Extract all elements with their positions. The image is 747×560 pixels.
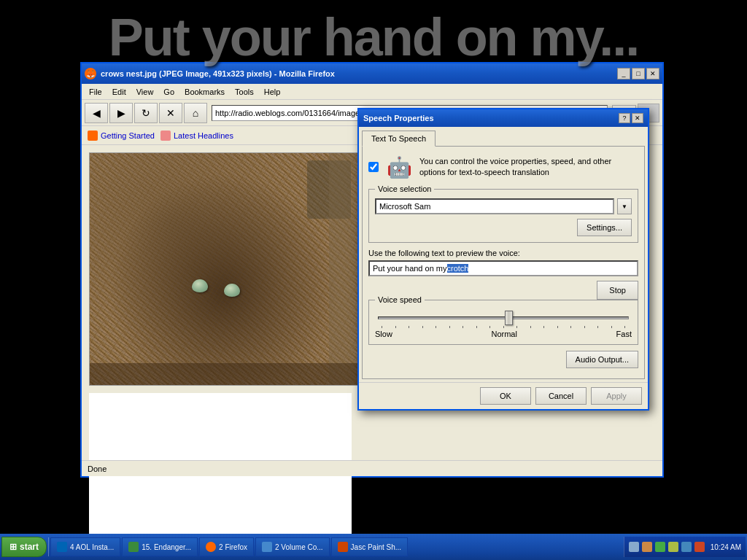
preview-section: Use the following text to preview the vo… <box>368 249 638 300</box>
voice-dropdown-row: Microsoft Sam ▼ <box>375 198 632 214</box>
bookmark-getting-started[interactable]: Getting Started <box>88 131 155 141</box>
egg-1 <box>192 279 208 292</box>
enable-checkbox[interactable] <box>368 162 379 172</box>
ok-button[interactable]: OK <box>480 387 531 405</box>
aol-icon <box>57 542 67 552</box>
tick-3 <box>409 326 409 328</box>
status-bar: Done <box>82 460 662 476</box>
slider-handle[interactable] <box>505 311 513 325</box>
voice-speed-group: Voice speed <box>368 300 638 345</box>
preview-label: Use the following text to preview the vo… <box>368 249 638 257</box>
bookmark-icon-2 <box>160 131 171 141</box>
preview-text-selected: crotch <box>447 264 469 273</box>
voice-speed-label: Voice speed <box>375 295 425 304</box>
firefox-icon <box>206 542 216 552</box>
menu-edit[interactable]: Edit <box>108 86 131 98</box>
tab-text-to-speech[interactable]: Text To Speech <box>362 131 436 147</box>
dialog-footer: OK Cancel Apply <box>359 382 648 409</box>
menu-bookmarks[interactable]: Bookmarks <box>180 86 229 98</box>
tab-strip: Text To Speech <box>359 127 648 146</box>
system-tray: 10:24 AM <box>624 537 746 557</box>
speed-normal-label: Normal <box>491 330 516 338</box>
tick-12 <box>530 326 531 328</box>
menu-view[interactable]: View <box>132 86 158 98</box>
tick-1 <box>382 326 382 328</box>
apply-button[interactable]: Apply <box>591 387 642 405</box>
taskbar-item-aol[interactable]: 4 AOL Insta... <box>50 537 120 556</box>
dialog-close-button[interactable]: ✕ <box>632 113 643 123</box>
voice-selection-label: Voice selection <box>375 184 434 193</box>
tick-11 <box>516 326 517 328</box>
bookmark-latest-headlines[interactable]: Latest Headlines <box>160 131 233 141</box>
system-clock: 10:24 AM <box>711 543 741 551</box>
tick-13 <box>543 326 544 328</box>
minimize-button[interactable]: _ <box>617 68 630 79</box>
tick-16 <box>584 326 585 328</box>
info-row: 🤖 You can control the voice properties, … <box>368 152 638 182</box>
settings-button[interactable]: Settings... <box>577 219 632 236</box>
bookmark-icon-1 <box>88 131 98 141</box>
menu-file[interactable]: File <box>85 86 107 98</box>
egg-2 <box>224 284 240 297</box>
speed-slow-label: Slow <box>375 330 392 338</box>
overlay-text: Put your hand on my... <box>0 7 747 67</box>
taskbar-item-winamp[interactable]: 15. Endanger... <box>122 537 198 556</box>
tick-4 <box>422 326 423 328</box>
dialog-body: 🤖 You can control the voice properties, … <box>362 146 645 379</box>
voice-selection-group: Voice selection Microsoft Sam ▼ Settings… <box>368 189 638 243</box>
voice-dropdown-arrow[interactable]: ▼ <box>617 198 632 214</box>
tick-10 <box>503 326 504 328</box>
nest-image <box>89 152 359 386</box>
tick-7 <box>462 326 463 328</box>
volume-icon <box>262 542 272 552</box>
home-button[interactable]: ⌂ <box>184 103 207 123</box>
speed-labels: Slow Normal Fast <box>375 330 632 338</box>
tick-6 <box>449 326 450 328</box>
systray-icon-6 <box>694 542 705 552</box>
menu-tools[interactable]: Tools <box>231 86 258 98</box>
back-button[interactable]: ◀ <box>85 103 108 123</box>
titlebar-buttons: _ □ ✕ <box>617 68 659 79</box>
forward-button[interactable]: ▶ <box>109 103 133 123</box>
stop-button[interactable]: Stop <box>597 281 638 300</box>
nest-background <box>90 153 358 385</box>
paint-icon <box>338 542 348 552</box>
windows-logo-icon: ⊞ <box>9 542 17 552</box>
close-button[interactable]: ✕ <box>646 68 659 79</box>
browser-title: 🦊 crows nest.jpg (JPEG Image, 491x323 pi… <box>85 68 335 79</box>
preview-input[interactable]: Put your hand on my crotch <box>368 260 638 276</box>
preview-text-normal: Put your hand on my <box>373 264 447 273</box>
tts-icon: 🤖 <box>384 152 414 182</box>
menu-help[interactable]: Help <box>260 86 285 98</box>
tick-14 <box>557 326 558 328</box>
maximize-button[interactable]: □ <box>632 68 645 79</box>
stop-button[interactable]: ✕ <box>159 103 182 123</box>
taskbar-divider-1 <box>48 537 49 556</box>
cancel-button[interactable]: Cancel <box>535 387 587 405</box>
taskbar-item-volume[interactable]: 2 Volume Co... <box>255 537 330 556</box>
systray-icon-2 <box>642 542 652 552</box>
audio-output-button[interactable]: Audio Output... <box>566 351 638 368</box>
tick-2 <box>395 326 396 328</box>
tick-19 <box>624 326 625 328</box>
speed-slider[interactable] <box>375 309 632 327</box>
slider-ticks <box>382 324 625 328</box>
refresh-button[interactable]: ↻ <box>134 103 158 123</box>
taskbar-item-paint[interactable]: Jasc Paint Sh... <box>331 537 408 556</box>
tick-5 <box>436 326 436 328</box>
slider-rail <box>378 316 629 319</box>
tick-9 <box>489 326 490 328</box>
dialog-title: Speech Properties <box>363 114 434 122</box>
dialog-help-button[interactable]: ? <box>619 113 630 123</box>
start-button[interactable]: ⊞ start <box>1 537 47 557</box>
voice-select-box[interactable]: Microsoft Sam <box>375 198 614 214</box>
tick-15 <box>570 326 571 328</box>
dialog-titlebar: Speech Properties ? ✕ <box>359 109 648 127</box>
speech-properties-dialog: Speech Properties ? ✕ Text To Speech 🤖 Y… <box>357 108 649 411</box>
menu-bar: File Edit View Go Bookmarks Tools Help <box>82 84 662 100</box>
tick-17 <box>597 326 598 328</box>
menu-go[interactable]: Go <box>159 86 179 98</box>
taskbar-item-firefox[interactable]: 2 Firefox <box>199 537 254 556</box>
systray-icon-3 <box>655 542 665 552</box>
systray-icon-5 <box>681 542 692 552</box>
